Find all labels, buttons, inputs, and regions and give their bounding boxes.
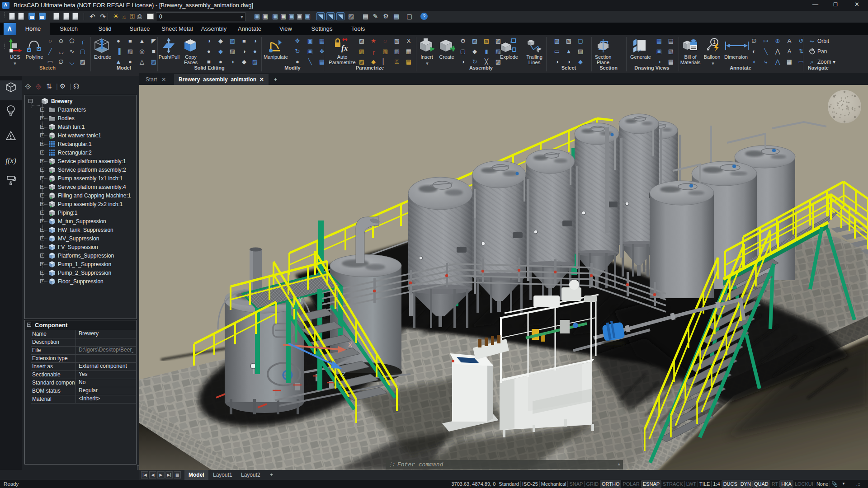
svg-text:Y: Y <box>298 296 303 303</box>
svg-text:fx: fx <box>341 44 348 52</box>
svg-text:X: X <box>348 341 353 348</box>
svg-text:Z: Z <box>342 371 346 378</box>
svg-text:1: 1 <box>713 40 716 45</box>
